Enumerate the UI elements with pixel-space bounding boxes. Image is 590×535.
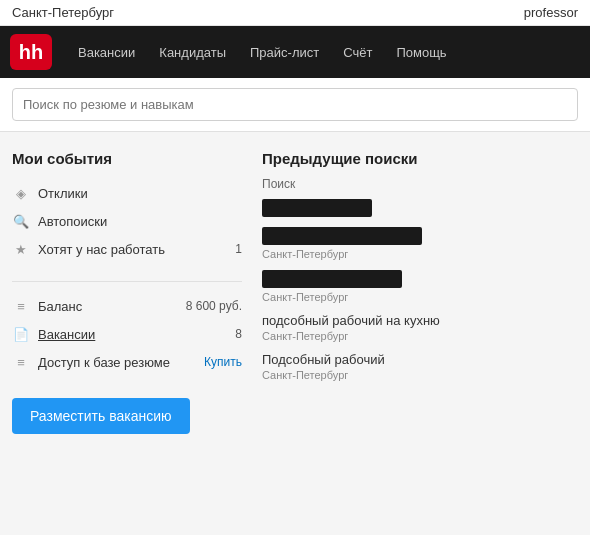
nav-help[interactable]: Помощь — [386, 39, 456, 66]
list-item[interactable]: 📄 Вакансии 8 — [12, 320, 242, 348]
search-icon: 🔍 — [12, 212, 30, 230]
resume-db-icon: ≡ — [12, 353, 30, 371]
col-label: Поиск — [262, 177, 578, 191]
search-text: подсобный рабочий на кухню — [262, 313, 578, 328]
list-item[interactable]: ≡ Доступ к базе резюме Купить — [12, 348, 242, 376]
search-item[interactable] — [262, 199, 578, 217]
list-item[interactable]: ◈ Отклики — [12, 179, 242, 207]
balance-value: 8 600 руб. — [186, 299, 242, 313]
search-bar-wrapper — [0, 78, 590, 132]
events-list: ◈ Отклики 🔍 Автопоиски ★ Хотят у нас раб… — [12, 179, 242, 263]
event-label: Автопоиски — [38, 214, 107, 229]
financial-list: ≡ Баланс 8 600 руб. 📄 Вакансии 8 ≡ Досту… — [12, 281, 242, 376]
left-column: Мои события ◈ Отклики 🔍 Автопоиски ★ Хот… — [12, 150, 242, 434]
search-location: Санкт-Петербург — [262, 330, 578, 342]
redacted-text — [262, 199, 372, 217]
search-item[interactable]: Подсобный рабочий Санкт-Петербург — [262, 352, 578, 381]
right-column: Предыдущие поиски Поиск Санкт-Петербург … — [262, 150, 578, 434]
prev-searches-title: Предыдущие поиски — [262, 150, 578, 167]
event-badge: 1 — [235, 242, 242, 256]
main-content: Мои события ◈ Отклики 🔍 Автопоиски ★ Хот… — [0, 132, 590, 452]
event-label: Отклики — [38, 186, 88, 201]
resume-db-label: Доступ к базе резюме — [38, 355, 170, 370]
nav-vacancies[interactable]: Вакансии — [68, 39, 145, 66]
username-label: professor — [524, 5, 578, 20]
vacancies-icon: 📄 — [12, 325, 30, 343]
search-item[interactable]: подсобный рабочий на кухню Санкт-Петербу… — [262, 313, 578, 342]
nav-candidates[interactable]: Кандидаты — [149, 39, 236, 66]
hh-logo[interactable]: hh — [10, 34, 52, 70]
buy-link[interactable]: Купить — [204, 355, 242, 369]
list-item[interactable]: 🔍 Автопоиски — [12, 207, 242, 235]
nav-links: Вакансии Кандидаты Прайс-лист Счёт Помощ… — [68, 39, 457, 66]
star-icon: ★ — [12, 240, 30, 258]
top-bar: Санкт-Петербург professor — [0, 0, 590, 26]
balance-label: Баланс — [38, 299, 82, 314]
event-label: Хотят у нас работать — [38, 242, 165, 257]
redacted-text — [262, 227, 422, 245]
nav-account[interactable]: Счёт — [333, 39, 382, 66]
vacancies-count: 8 — [235, 327, 242, 341]
events-title: Мои события — [12, 150, 242, 167]
vacancies-label: Вакансии — [38, 327, 95, 342]
search-location: Санкт-Петербург — [262, 291, 578, 303]
list-item[interactable]: ★ Хотят у нас работать 1 — [12, 235, 242, 263]
search-item[interactable]: Санкт-Петербург — [262, 227, 578, 260]
balance-icon: ≡ — [12, 297, 30, 315]
search-item[interactable]: Санкт-Петербург — [262, 270, 578, 303]
nav-bar: hh Вакансии Кандидаты Прайс-лист Счёт По… — [0, 26, 590, 78]
search-location: Санкт-Петербург — [262, 248, 578, 260]
place-vacancy-button[interactable]: Разместить вакансию — [12, 398, 190, 434]
search-location: Санкт-Петербург — [262, 369, 578, 381]
list-item[interactable]: ≡ Баланс 8 600 руб. — [12, 292, 242, 320]
city-label: Санкт-Петербург — [12, 5, 114, 20]
reply-icon: ◈ — [12, 184, 30, 202]
search-input[interactable] — [12, 88, 578, 121]
redacted-text — [262, 270, 402, 288]
nav-pricelist[interactable]: Прайс-лист — [240, 39, 329, 66]
search-text: Подсобный рабочий — [262, 352, 578, 367]
